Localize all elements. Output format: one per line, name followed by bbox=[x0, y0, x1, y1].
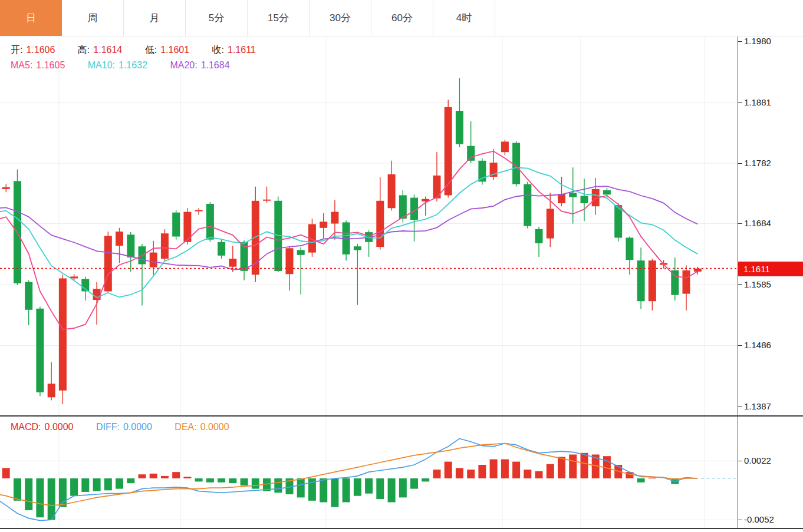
price-1.1980-label: 1.1980 bbox=[744, 36, 771, 46]
macd-chart[interactable] bbox=[0, 417, 738, 528]
candlestick-panel[interactable]: 开:1.1606 高:1.1614 低:1.1601 收:1.1611 MA5:… bbox=[0, 37, 738, 416]
macd-panel[interactable]: MACD:0.0000 DIFF:0.0000 DEA:0.0000 bbox=[0, 417, 738, 528]
candlestick-chart[interactable] bbox=[0, 37, 738, 416]
tab-month[interactable]: 月 bbox=[124, 0, 186, 36]
tab-15min[interactable]: 15分 bbox=[248, 0, 310, 36]
tab-week[interactable]: 周 bbox=[62, 0, 124, 36]
macd--0.0052-tick bbox=[738, 520, 742, 520]
price-1.1387-tick bbox=[738, 407, 742, 407]
price-1.1881-tick bbox=[738, 102, 742, 103]
price-1.1585-tick bbox=[738, 284, 742, 285]
tab-day[interactable]: 日 bbox=[0, 0, 62, 36]
price-1.1486-label: 1.1486 bbox=[744, 340, 771, 350]
panel-divider bbox=[0, 415, 803, 417]
timeframe-tabbar: 日周月5分15分30分60分4时 bbox=[0, 0, 803, 37]
price-1.1585-label: 1.1585 bbox=[744, 279, 771, 289]
macd-0.0022-tick bbox=[738, 461, 742, 461]
current-price-tag: 1.1611 bbox=[738, 262, 803, 276]
macd-0.0022-label: 0.0022 bbox=[744, 455, 771, 465]
chart-bottom-border bbox=[0, 528, 803, 529]
tab-30min[interactable]: 30分 bbox=[310, 0, 371, 36]
price-1.1387-label: 1.1387 bbox=[744, 401, 771, 411]
price-1.1980-tick bbox=[738, 41, 742, 42]
tab-4hour[interactable]: 4时 bbox=[433, 0, 495, 36]
price-1.1782-tick bbox=[738, 163, 742, 164]
price-1.1881-label: 1.1881 bbox=[744, 97, 771, 107]
tab-60min[interactable]: 60分 bbox=[371, 0, 433, 36]
tab-5min[interactable]: 5分 bbox=[186, 0, 248, 36]
macd--0.0052-label: -0.0052 bbox=[744, 514, 774, 524]
price-1.1486-tick bbox=[738, 345, 742, 346]
chart-app: 日周月5分15分30分60分4时 开:1.1606 高:1.1614 低:1.1… bbox=[0, 0, 803, 532]
price-1.1684-label: 1.1684 bbox=[744, 218, 771, 228]
price-1.1684-tick bbox=[738, 223, 742, 224]
price-1.1782-label: 1.1782 bbox=[744, 158, 771, 168]
price-axis-line bbox=[738, 37, 738, 528]
